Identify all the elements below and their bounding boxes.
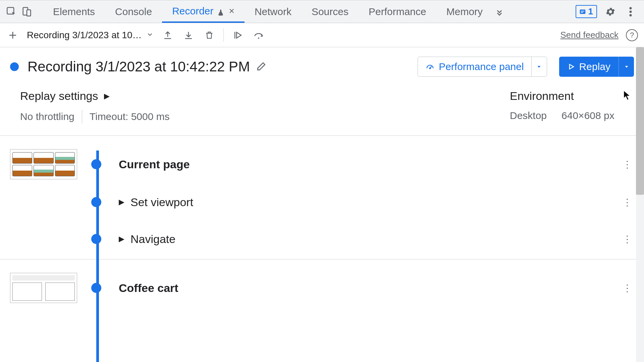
inspect-element-icon[interactable] xyxy=(5,6,17,18)
throttling-value: No throttling xyxy=(20,111,74,122)
recording-status-dot xyxy=(10,62,19,71)
environment-values: Desktop 640×608 px xyxy=(510,110,624,121)
step-block: Current page ⋮ ▶ Set viewport ⋮ ▶ Naviga… xyxy=(0,136,644,259)
timeline-dot xyxy=(91,159,101,169)
tab-sources[interactable]: Sources xyxy=(302,0,359,23)
tabs-left-icons xyxy=(3,6,36,18)
timeout-value: Timeout: 5000 ms xyxy=(90,111,170,122)
step-over-button[interactable] xyxy=(252,28,265,42)
step-title: Set viewport xyxy=(130,196,193,209)
replay-settings-values: No throttling Timeout: 5000 ms xyxy=(20,110,510,123)
svg-point-9 xyxy=(258,37,259,39)
tab-network[interactable]: Network xyxy=(245,0,302,23)
svg-point-10 xyxy=(430,68,431,69)
step-row-set-viewport[interactable]: ▶ Set viewport ⋮ xyxy=(10,195,634,209)
step-thumbnail xyxy=(10,149,77,179)
import-button[interactable] xyxy=(161,28,174,42)
tab-label: Memory xyxy=(446,6,483,17)
tab-label: Sources xyxy=(312,6,348,17)
svg-point-7 xyxy=(630,10,632,13)
step-title: Current page xyxy=(119,158,190,171)
environment-heading: Environment xyxy=(510,89,624,103)
recording-select[interactable]: Recording 3/1/2023 at 10… xyxy=(27,30,154,41)
step-menu-icon[interactable]: ⋮ xyxy=(621,232,634,246)
scrollbar[interactable] xyxy=(636,47,644,362)
performance-panel-dropdown[interactable] xyxy=(531,57,547,76)
step-row-current-page[interactable]: Current page ⋮ xyxy=(10,149,634,179)
issues-button[interactable]: 1 xyxy=(576,5,597,18)
more-menu-icon[interactable] xyxy=(624,5,637,18)
timeline-dot xyxy=(91,283,101,293)
device-toggle-icon[interactable] xyxy=(21,6,33,18)
tab-label: Elements xyxy=(53,6,95,17)
send-feedback-link[interactable]: Send feedback xyxy=(560,30,619,40)
step-menu-icon[interactable]: ⋮ xyxy=(621,158,634,171)
tab-label: Performance xyxy=(369,6,426,17)
caret-right-icon: ▶ xyxy=(119,198,124,206)
svg-rect-4 xyxy=(581,11,584,11)
step-title: Coffee cart xyxy=(119,282,178,295)
settings-strip: Replay settings ▶ No throttling Timeout:… xyxy=(0,86,644,136)
delete-button[interactable] xyxy=(203,28,216,42)
caret-right-icon: ▶ xyxy=(104,92,110,101)
export-button[interactable] xyxy=(182,28,195,42)
issues-icon xyxy=(579,8,586,15)
step-thumbnail xyxy=(10,273,77,303)
devtools-tabs-bar: Elements Console Recorder × Network Sour… xyxy=(0,0,644,23)
replay-button[interactable]: Replay xyxy=(559,57,619,77)
step-menu-icon[interactable]: ⋮ xyxy=(621,195,634,209)
step-menu-icon[interactable]: ⋮ xyxy=(621,281,634,295)
step-row-coffee-cart[interactable]: Coffee cart ⋮ xyxy=(10,273,634,303)
new-recording-button[interactable] xyxy=(6,28,19,42)
flask-icon xyxy=(217,7,224,15)
svg-point-8 xyxy=(630,14,632,16)
svg-rect-5 xyxy=(581,12,583,12)
replay-settings-toggle[interactable]: Replay settings ▶ xyxy=(20,89,510,103)
separator xyxy=(82,110,82,123)
substeps: ▶ Set viewport ⋮ ▶ Navigate ⋮ xyxy=(10,195,634,246)
recording-select-label: Recording 3/1/2023 at 10… xyxy=(27,30,142,41)
play-icon xyxy=(567,63,575,71)
step-block: Coffee cart ⋮ xyxy=(0,259,644,316)
help-icon[interactable]: ? xyxy=(626,29,638,41)
step-row-navigate[interactable]: ▶ Navigate ⋮ xyxy=(10,232,634,246)
tab-label: Recorder xyxy=(172,5,213,17)
separator xyxy=(223,28,224,42)
chevron-down-icon xyxy=(146,30,154,41)
replay-settings-section: Replay settings ▶ No throttling Timeout:… xyxy=(20,89,510,123)
tab-elements[interactable]: Elements xyxy=(43,0,105,23)
recorder-toolbar: Recording 3/1/2023 at 10… Send feedback … xyxy=(0,23,644,47)
timeline-dot xyxy=(91,197,101,207)
replay-dropdown[interactable] xyxy=(619,57,634,77)
environment-label: Environment xyxy=(510,89,574,103)
tab-console[interactable]: Console xyxy=(105,0,162,23)
svg-rect-3 xyxy=(580,9,585,14)
recording-header: Recording 3/1/2023 at 10:42:22 PM Perfor… xyxy=(0,47,644,86)
tab-recorder[interactable]: Recorder × xyxy=(162,0,245,23)
steps-area: Current page ⋮ ▶ Set viewport ⋮ ▶ Naviga… xyxy=(0,136,644,316)
close-icon[interactable]: × xyxy=(229,6,234,16)
scrollbar-thumb[interactable] xyxy=(636,47,644,195)
tab-memory[interactable]: Memory xyxy=(436,0,493,23)
caret-right-icon: ▶ xyxy=(119,235,124,243)
timeline-dot xyxy=(91,234,101,244)
svg-rect-2 xyxy=(27,10,31,16)
tab-label: Network xyxy=(255,6,291,17)
replay-settings-label: Replay settings xyxy=(20,89,98,103)
edit-title-button[interactable] xyxy=(256,61,267,72)
replay-button-group: Replay xyxy=(559,57,634,77)
dimensions-value: 640×608 px xyxy=(561,110,614,121)
settings-gear-icon[interactable] xyxy=(604,5,617,18)
recording-title: Recording 3/1/2023 at 10:42:22 PM xyxy=(28,59,250,75)
performance-panel-button[interactable]: Performance panel xyxy=(418,57,531,76)
tabs-overflow-icon[interactable] xyxy=(493,0,506,23)
device-value: Desktop xyxy=(510,110,547,121)
step-title: Navigate xyxy=(130,233,175,246)
replay-label: Replay xyxy=(579,61,610,72)
gauge-icon xyxy=(425,62,435,71)
tab-label: Console xyxy=(115,6,152,17)
svg-point-6 xyxy=(630,7,632,9)
tab-performance[interactable]: Performance xyxy=(359,0,436,23)
issues-count: 1 xyxy=(588,6,593,17)
continue-button[interactable] xyxy=(231,28,245,42)
